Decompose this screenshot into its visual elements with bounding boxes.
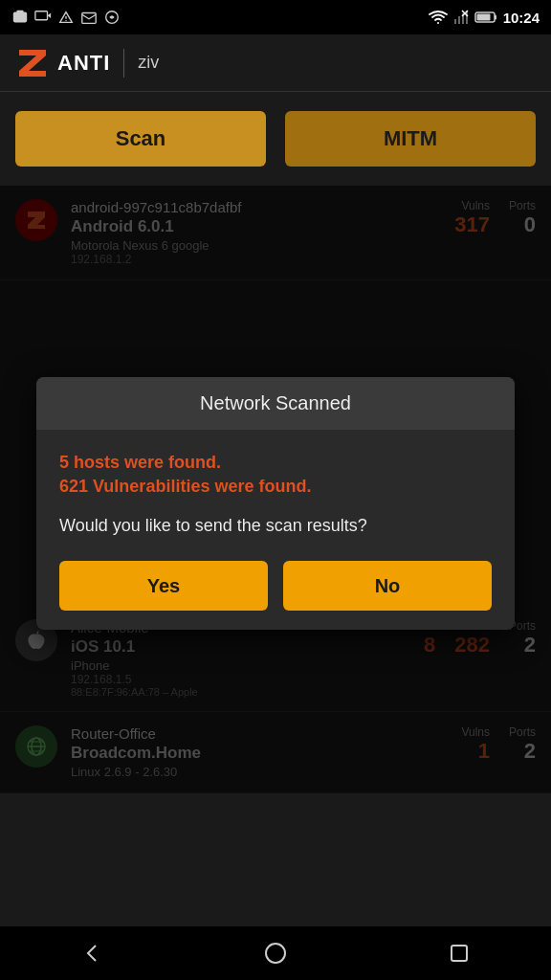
back-icon <box>78 940 105 967</box>
status-bar: 10:24 <box>0 0 551 34</box>
mitm-button[interactable]: MITM <box>285 111 536 167</box>
scan-button[interactable]: Scan <box>15 111 266 167</box>
status-icons-right: 10:24 <box>429 10 540 26</box>
brand-name: ANTI <box>57 51 110 76</box>
svg-rect-2 <box>35 11 48 20</box>
notification-icon-4 <box>80 9 98 26</box>
svg-rect-0 <box>13 12 27 23</box>
wifi-icon <box>429 10 448 25</box>
recents-icon <box>446 940 473 967</box>
app-logo <box>15 46 50 80</box>
notification-icon-5 <box>103 9 121 26</box>
svg-rect-8 <box>454 19 456 24</box>
dialog-overlay: Network Scanned 5 hosts were found. 621 … <box>0 186 551 793</box>
action-row: Scan MITM <box>0 92 551 186</box>
svg-rect-6 <box>82 13 96 24</box>
network-scanned-dialog: Network Scanned 5 hosts were found. 621 … <box>36 377 515 630</box>
dialog-hosts: 5 hosts were found. <box>59 453 492 473</box>
brand-separator <box>123 49 124 78</box>
back-button[interactable] <box>68 934 116 972</box>
svg-marker-17 <box>19 50 46 77</box>
device-list: android-997c911c8b7dafbf Android 6.0.1 M… <box>0 186 551 793</box>
svg-rect-16 <box>476 14 490 21</box>
dialog-question: Would you like to send the scan results? <box>59 514 492 538</box>
notification-icon-1 <box>11 9 29 26</box>
status-icons-left <box>11 9 121 26</box>
battery-icon <box>474 11 497 24</box>
svg-rect-1 <box>16 11 23 13</box>
svg-point-24 <box>266 944 285 963</box>
home-button[interactable] <box>252 934 299 972</box>
yes-button[interactable]: Yes <box>59 561 268 611</box>
notification-icon-2 <box>34 9 52 26</box>
no-button[interactable]: No <box>283 561 492 611</box>
svg-rect-25 <box>452 946 467 961</box>
home-icon <box>262 940 289 967</box>
svg-rect-9 <box>458 16 460 24</box>
bottom-nav <box>0 926 551 980</box>
dialog-title: Network Scanned <box>36 377 515 430</box>
signal-icon <box>453 10 469 25</box>
dialog-body: 5 hosts were found. 621 Vulnerabilities … <box>36 430 515 630</box>
notification-icon-3 <box>57 9 75 26</box>
dialog-vulns: 621 Vulnerabilities were found. <box>59 477 492 497</box>
recents-button[interactable] <box>435 934 483 972</box>
dialog-buttons: Yes No <box>59 561 492 611</box>
username: ziv <box>138 53 159 73</box>
status-time: 10:24 <box>503 10 540 26</box>
svg-rect-15 <box>495 15 496 20</box>
svg-point-5 <box>65 20 66 21</box>
top-bar: ANTI ziv <box>0 34 551 92</box>
